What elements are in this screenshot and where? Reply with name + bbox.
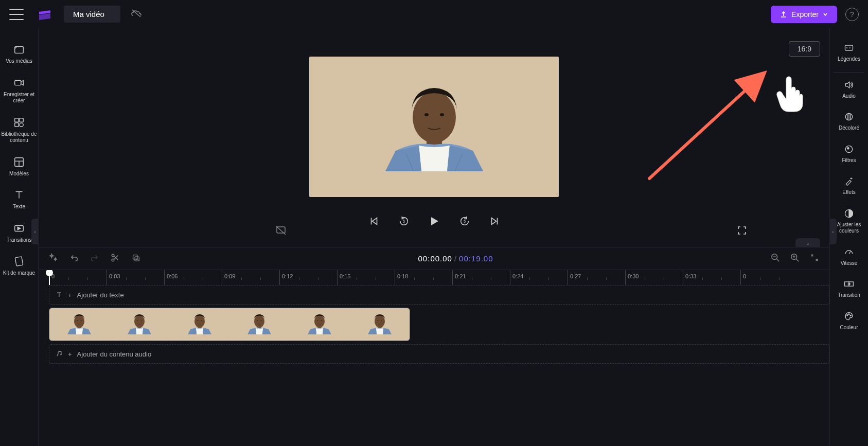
sidebar-item-label: Audio [842, 93, 856, 100]
help-button[interactable]: ? [845, 8, 859, 21]
sidebar-item-text[interactable]: Texte [0, 184, 38, 218]
svg-text:5: 5 [463, 219, 465, 224]
sidebar-item-effects[interactable]: Effets [830, 171, 868, 203]
current-time: 00:00.00 [418, 254, 452, 263]
forward-5s-button[interactable]: 5 [459, 216, 470, 227]
ruler-tick-label: 0:30 [628, 273, 639, 279]
skip-end-button[interactable] [489, 216, 500, 227]
svg-rect-9 [15, 118, 19, 121]
skip-start-button[interactable] [368, 216, 380, 227]
sidebar-item-color[interactable]: Couleur [830, 306, 868, 338]
sidebar-item-label: Légendes [838, 56, 860, 63]
sidebar-item-label: Vitesse [841, 260, 858, 267]
timecode-display: 00:00.00/00:19.00 [418, 254, 493, 263]
sidebar-item-fade[interactable]: Décoloré [830, 106, 868, 139]
ruler-tick-label: 0:03 [109, 273, 120, 279]
text-track-placeholder-label: Ajouter du texte [77, 291, 124, 299]
collapse-preview-button[interactable]: ⌄ [795, 238, 820, 247]
text-icon [56, 291, 63, 298]
sidebar-item-speed[interactable]: Vitesse [830, 242, 868, 274]
fullscreen-button[interactable] [737, 225, 747, 238]
split-button[interactable] [111, 253, 120, 264]
ruler-tick-label: 0:09 [224, 273, 235, 279]
sidebar-item-label: Enregistrer et créer [1, 92, 37, 104]
sidebar-item-label: Modèles [9, 171, 29, 177]
sidebar-item-filters[interactable]: Filtres [830, 139, 868, 171]
sidebar-item-record[interactable]: Enregistrer et créer [0, 72, 38, 112]
export-button[interactable]: Exporter [771, 6, 837, 23]
svg-line-32 [649, 75, 763, 179]
left-sidebar: Vos médias Enregistrer et créer Biblioth… [0, 28, 39, 446]
project-title-input[interactable] [64, 6, 120, 23]
right-sidebar: Légendes Audio Décoloré Filtres Effets A… [829, 28, 868, 446]
ruler-tick-label: 0:27 [570, 273, 581, 279]
clip-thumbnail [349, 308, 410, 341]
ruler-tick-label: 0 [743, 273, 746, 279]
svg-rect-18 [845, 45, 853, 50]
aspect-ratio-button[interactable]: 16:9 [789, 41, 820, 57]
cloud-off-icon [131, 9, 142, 20]
app-header: Exporter ? [0, 0, 868, 28]
duplicate-button[interactable] [131, 253, 140, 264]
undo-button[interactable] [69, 253, 79, 264]
playback-controls: 5 5 [368, 215, 500, 227]
expand-right-panel-button[interactable]: ‹ [829, 219, 837, 244]
audio-track[interactable]: + Ajouter du contenu audio [49, 344, 829, 364]
sidebar-item-templates[interactable]: Modèles [0, 151, 38, 185]
sidebar-item-label: Effets [842, 189, 855, 196]
rewind-5s-button[interactable]: 5 [398, 216, 410, 227]
sidebar-item-label: Texte [13, 204, 25, 210]
music-note-icon [56, 350, 63, 358]
clip-thumbnail [110, 308, 170, 341]
zoom-in-button[interactable] [790, 253, 800, 264]
sidebar-item-captions[interactable]: Légendes [830, 38, 868, 70]
svg-text:5: 5 [402, 219, 404, 224]
svg-rect-11 [15, 122, 19, 126]
sidebar-item-label: Transition [838, 292, 860, 299]
sidebar-item-media[interactable]: Vos médias [0, 39, 38, 72]
sidebar-item-label: Transitions [7, 237, 32, 244]
sidebar-item-library[interactable]: Bibliothèque de contenu [0, 112, 38, 151]
zoom-fit-button[interactable] [810, 253, 819, 264]
sidebar-item-brandkit[interactable]: Kit de marque [0, 251, 38, 284]
annotation-hand-cursor-icon [773, 75, 805, 115]
annotation-arrow-icon [639, 65, 773, 184]
svg-line-44 [777, 259, 780, 261]
safezone-off-icon[interactable] [275, 225, 287, 238]
export-button-label: Exporter [791, 10, 819, 19]
svg-point-31 [850, 315, 851, 316]
zoom-out-button[interactable] [771, 253, 780, 264]
timeline-ruler[interactable]: 00:030:060:090:120:150:180:210:240:270:3… [39, 270, 829, 285]
play-button[interactable] [428, 215, 440, 227]
clip-thumbnail [169, 308, 229, 341]
video-preview-canvas[interactable] [309, 57, 559, 197]
ruler-tick-label: 0:18 [397, 273, 408, 279]
main-area: 16:9 5 5 ⌄ [39, 28, 829, 446]
sidebar-item-transition[interactable]: Transition [830, 274, 868, 306]
ruler-tick-label: 0:33 [685, 273, 696, 279]
svg-point-12 [20, 122, 23, 126]
auto-enhance-button[interactable] [49, 253, 58, 264]
audio-track-placeholder-label: Ajouter du contenu audio [77, 350, 152, 358]
text-track[interactable]: + Ajouter du texte [49, 285, 829, 305]
svg-line-26 [849, 251, 851, 254]
redo-button[interactable] [90, 253, 99, 264]
ruler-tick-label: 0:12 [282, 273, 293, 279]
preview-area: 16:9 5 5 ⌄ [39, 28, 829, 247]
ruler-tick-label: 0:06 [167, 273, 178, 279]
app-logo-icon [38, 9, 51, 20]
clip-thumbnail [290, 308, 350, 341]
expand-left-panel-button[interactable]: › [31, 219, 39, 244]
video-clip[interactable] [49, 308, 410, 341]
svg-point-24 [847, 147, 849, 149]
sidebar-item-label: Filtres [842, 157, 856, 164]
sidebar-item-audio[interactable]: Audio [830, 75, 868, 107]
svg-rect-8 [15, 80, 21, 85]
total-duration: 00:19.00 [459, 254, 493, 263]
clip-thumbnail [229, 308, 290, 341]
sidebar-item-label: Décoloré [839, 125, 859, 132]
playhead[interactable] [49, 270, 50, 285]
menu-button[interactable] [9, 9, 24, 20]
timeline-toolbar: 00:00.00/00:19.00 [39, 247, 829, 270]
video-track[interactable] [49, 308, 829, 341]
